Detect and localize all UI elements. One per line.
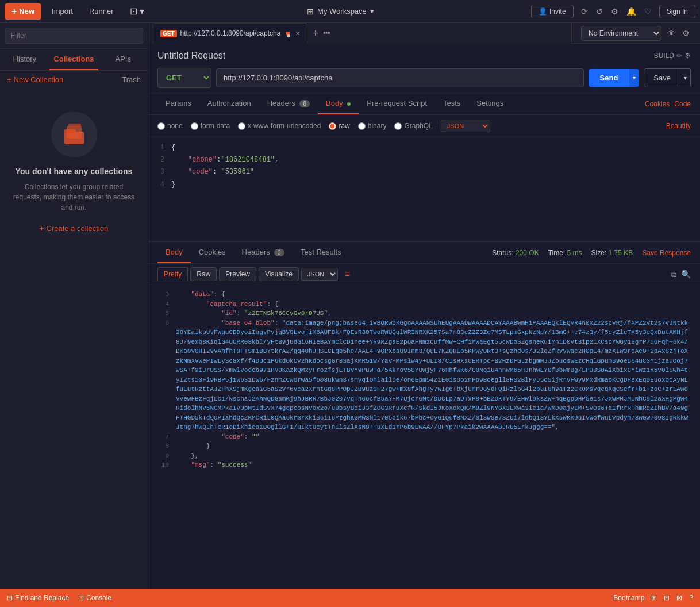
add-tab-button[interactable]: + <box>310 28 321 39</box>
send-dropdown[interactable]: ▾ <box>629 69 639 87</box>
sidebar-empty: You don't have any collections Collectio… <box>0 89 148 256</box>
body-form-data[interactable]: form-data <box>191 122 230 130</box>
settings-icon[interactable]: ⚙ <box>608 4 621 19</box>
plus-icon: + <box>11 6 17 17</box>
sidebar-tab-history[interactable]: History <box>0 49 49 70</box>
resp-wrap-button[interactable]: ≡ <box>340 268 355 281</box>
response-content: 3 "data": { 4 "captcha_result": { 5 "id"… <box>148 285 700 589</box>
invite-button[interactable]: 👤 Invite <box>531 5 574 18</box>
resp-line: 7 "code": "" <box>148 432 700 442</box>
resp-line: 5 "id": "z2ETNSk76CCvGv0r07US", <box>148 309 700 318</box>
new-button[interactable]: + New <box>5 3 41 20</box>
code-line: 4 } <box>148 179 700 191</box>
env-eye-icon[interactable]: 👁 <box>666 28 676 39</box>
sidebar-search-area <box>0 23 148 49</box>
more-tabs-button[interactable]: ••• <box>323 29 330 37</box>
pretty-button[interactable]: Pretty <box>157 267 188 281</box>
layout1-icon[interactable]: ⊞ <box>651 594 657 602</box>
signin-button[interactable]: Sign In <box>659 5 695 18</box>
url-input[interactable] <box>216 68 584 87</box>
bell-icon[interactable]: 🔔 <box>624 4 639 19</box>
resp-line: 9 }, <box>148 451 700 461</box>
body-urlencoded[interactable]: x-www-form-urlencoded <box>238 122 321 130</box>
req-tab-params[interactable]: Params <box>157 93 199 114</box>
heart-icon[interactable]: ♡ <box>641 4 655 19</box>
tab-modified-dot: ● <box>286 32 290 35</box>
json-format-select[interactable]: JSON Text JavaScript HTML XML <box>441 120 490 132</box>
workspace-button[interactable]: ⊞ My Workspace ▾ <box>301 4 380 19</box>
sidebar-tab-collections[interactable]: Collections <box>49 49 99 70</box>
time-value: 5 ms <box>567 249 582 257</box>
raw-button[interactable]: Raw <box>190 267 217 281</box>
layout-toggle[interactable]: ⊡ ▾ <box>124 3 150 20</box>
resp-json-select[interactable]: JSON <box>301 268 338 281</box>
runner-button[interactable]: Runner <box>83 4 120 18</box>
status-label: Status: 200 OK <box>492 249 539 257</box>
cookies-link[interactable]: Cookies <box>645 100 670 108</box>
resp-tab-cookies[interactable]: Cookies <box>191 242 234 263</box>
resp-tab-headers[interactable]: Headers 3 <box>234 242 293 263</box>
env-select[interactable]: No Environment <box>581 26 661 41</box>
resp-tab-testresults[interactable]: Test Results <box>293 242 349 263</box>
new-collection-button[interactable]: + New Collection <box>7 75 63 84</box>
tab-bar: GET http://127.0.0.1:8090/api/captcha ● … <box>148 23 571 44</box>
body-binary[interactable]: binary <box>358 122 387 130</box>
save-button[interactable]: Save <box>644 68 680 87</box>
import-button[interactable]: Import <box>46 4 79 18</box>
req-tab-tests[interactable]: Tests <box>435 93 468 114</box>
svg-rect-3 <box>68 124 81 127</box>
help-icon[interactable]: ? <box>689 594 693 602</box>
beautify-button[interactable]: Beautify <box>666 122 691 130</box>
req-tab-headers[interactable]: Headers 8 <box>259 93 318 114</box>
workspace-label: My Workspace <box>317 7 367 16</box>
main-content: GET http://127.0.0.1:8090/api/captcha ● … <box>148 23 700 589</box>
req-tab-body[interactable]: Body <box>318 93 359 114</box>
method-select[interactable]: GET POST PUT DELETE <box>157 68 211 88</box>
resp-tab-body[interactable]: Body <box>157 242 191 263</box>
send-button[interactable]: Send <box>589 69 630 87</box>
layout2-icon[interactable]: ⊟ <box>664 594 670 602</box>
req-tab-settings[interactable]: Settings <box>468 93 511 114</box>
layout3-icon[interactable]: ⊠ <box>676 594 682 602</box>
request-title-bar: Untitled Request BUILD ✏ ⚙ <box>157 51 691 61</box>
create-collection-button[interactable]: + Create a collection <box>40 224 108 233</box>
sidebar-tab-apis[interactable]: APIs <box>98 49 148 70</box>
refresh-icon[interactable]: ↺ <box>593 4 606 19</box>
env-settings-icon[interactable]: ⚙ <box>681 28 691 39</box>
size-label: Size: 1.75 KB <box>591 249 633 257</box>
search-icon[interactable]: 🔍 <box>681 270 691 279</box>
console-button[interactable]: ⊡ Console <box>78 594 111 602</box>
save-response-button[interactable]: Save Response <box>642 249 691 257</box>
preview-button[interactable]: Preview <box>219 267 256 281</box>
req-tab-prerequest[interactable]: Pre-request Script <box>359 93 435 114</box>
new-label: New <box>19 7 34 16</box>
find-replace-button[interactable]: ⊟ Find and Replace <box>7 594 69 602</box>
filter-input[interactable] <box>5 28 143 44</box>
body-options: none form-data x-www-form-urlencoded raw… <box>148 115 700 137</box>
svg-rect-2 <box>67 126 82 139</box>
code-link[interactable]: Code <box>674 100 691 108</box>
tab-close[interactable]: ✕ <box>295 30 300 37</box>
response-tabs: Body Cookies Headers 3 Test Results Stat… <box>148 242 700 264</box>
copy-icon[interactable]: ⧉ <box>671 270 676 279</box>
console-icon: ⊡ <box>78 594 84 602</box>
build-button[interactable]: BUILD ✏ ⚙ <box>654 52 691 60</box>
body-raw[interactable]: raw <box>329 122 349 130</box>
request-tab[interactable]: GET http://127.0.0.1:8090/api/captcha ● … <box>153 23 307 44</box>
save-dropdown[interactable]: ▾ <box>680 68 691 87</box>
bootcamp-button[interactable]: Bootcamp <box>613 594 644 602</box>
settings-icon: ⚙ <box>684 52 691 60</box>
body-none[interactable]: none <box>157 122 183 130</box>
sync-icon[interactable]: ⟳ <box>578 4 591 19</box>
code-editor[interactable]: 1 { 2 "phone":"18621048481", 3 "code": "… <box>148 137 700 241</box>
trash-button[interactable]: Trash <box>122 75 141 84</box>
workspace-grid-icon: ⊞ <box>307 7 314 16</box>
bottom-bar: ⊟ Find and Replace ⊡ Console Bootcamp ⊞ … <box>0 589 700 607</box>
visualize-button[interactable]: Visualize <box>259 267 299 281</box>
request-title: Untitled Request <box>157 51 225 61</box>
status-value: 200 OK <box>516 249 539 257</box>
req-tab-auth[interactable]: Authorization <box>199 93 259 114</box>
body-graphql[interactable]: GraphQL <box>394 122 432 130</box>
response-status: Status: 200 OK Time: 5 ms Size: 1.75 KB … <box>492 249 691 257</box>
code-line: 3 "code": "535961" <box>148 166 700 178</box>
